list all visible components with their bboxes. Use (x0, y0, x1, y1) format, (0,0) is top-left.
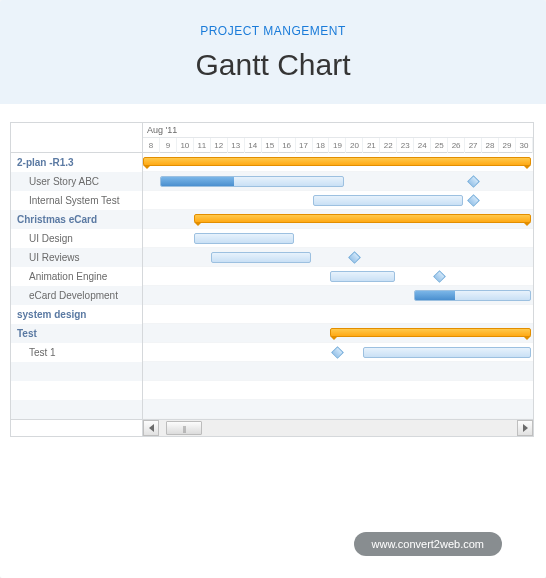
task-bar[interactable] (211, 252, 311, 263)
gantt-row (143, 248, 533, 267)
day-tick: 10 (177, 138, 194, 153)
day-scale: 8910111213141516171819202122232425262728… (143, 138, 533, 153)
chevron-right-icon (523, 424, 528, 432)
scroll-thumb[interactable]: ||| (166, 421, 202, 435)
day-tick: 16 (279, 138, 296, 153)
group-label[interactable]: Test (11, 324, 142, 343)
gantt-body: 2-plan -R1.3, 136hChristmas eCar (143, 153, 533, 419)
gantt-chart: 2-plan -R1.3User Story ABCInternal Syste… (10, 122, 534, 437)
milestone-icon[interactable] (348, 251, 361, 264)
task-label[interactable]: UI Reviews (11, 248, 142, 267)
day-tick: 25 (431, 138, 448, 153)
day-tick: 11 (194, 138, 211, 153)
group-bar[interactable] (143, 157, 531, 166)
day-tick: 23 (397, 138, 414, 153)
empty-row (143, 400, 533, 419)
scroll-right-button[interactable] (517, 420, 533, 436)
group-label[interactable]: Christmas eCard (11, 210, 142, 229)
empty-row (11, 400, 142, 419)
task-bar[interactable] (414, 290, 531, 301)
day-tick: 22 (380, 138, 397, 153)
timeline-header: Aug '11 89101112131415161718192021222324… (143, 123, 533, 153)
gantt-row: Christmas eCar (143, 210, 533, 229)
day-tick: 28 (482, 138, 499, 153)
gantt-container: 2-plan -R1.3User Story ABCInternal Syste… (0, 104, 546, 437)
gantt-row (143, 191, 533, 210)
eyebrow: PROJECT MANGEMENT (20, 24, 526, 38)
day-tick: 14 (245, 138, 262, 153)
day-tick: 27 (465, 138, 482, 153)
task-label[interactable]: User Story ABC (11, 172, 142, 191)
gantt-row (143, 229, 533, 248)
task-label[interactable]: UI Design (11, 229, 142, 248)
page-title: Gantt Chart (20, 48, 526, 82)
task-bar[interactable] (194, 233, 294, 244)
task-label[interactable]: eCard Development (11, 286, 142, 305)
task-bar[interactable] (160, 176, 345, 187)
task-name-column: 2-plan -R1.3User Story ABCInternal Syste… (11, 123, 143, 419)
milestone-icon[interactable] (331, 346, 344, 359)
day-tick: 21 (363, 138, 380, 153)
group-label[interactable]: system design (11, 305, 142, 324)
task-label[interactable]: Animation Engine (11, 267, 142, 286)
empty-row (143, 362, 533, 381)
day-tick: 9 (160, 138, 177, 153)
source-url-badge: www.convert2web.com (354, 532, 503, 556)
gantt-row (143, 172, 533, 191)
empty-row (11, 362, 142, 381)
empty-row (11, 381, 142, 400)
day-tick: 17 (296, 138, 313, 153)
task-label[interactable]: Internal System Test (11, 191, 142, 210)
day-tick: 8 (143, 138, 160, 153)
task-label[interactable]: Test 1 (11, 343, 142, 362)
gantt-row (143, 267, 533, 286)
gantt-row (143, 343, 533, 362)
day-tick: 15 (262, 138, 279, 153)
gantt-row: 2-plan -R1.3, 136h (143, 153, 533, 172)
day-tick: 30 (516, 138, 533, 153)
scroll-track[interactable]: ||| (159, 420, 517, 436)
progress-fill (161, 177, 234, 186)
group-label[interactable]: 2-plan -R1.3 (11, 153, 142, 172)
day-tick: 26 (448, 138, 465, 153)
day-tick: 12 (211, 138, 228, 153)
timeline-column: Aug '11 89101112131415161718192021222324… (143, 123, 533, 419)
gantt-row (143, 305, 533, 324)
card-header: PROJECT MANGEMENT Gantt Chart (0, 0, 546, 104)
month-label: Aug '11 (143, 123, 533, 138)
gantt-row (143, 324, 533, 343)
footer: www.convert2web.com (354, 534, 503, 552)
task-bar[interactable] (330, 271, 396, 282)
group-bar[interactable] (330, 328, 531, 337)
milestone-icon[interactable] (467, 194, 480, 207)
day-tick: 29 (499, 138, 516, 153)
progress-fill (415, 291, 455, 300)
task-bar[interactable] (363, 347, 531, 358)
day-tick: 20 (346, 138, 363, 153)
gantt-row (143, 286, 533, 305)
horizontal-scrollbar[interactable]: ||| (11, 419, 533, 436)
task-bar[interactable] (313, 195, 464, 206)
day-tick: 24 (414, 138, 431, 153)
day-tick: 13 (228, 138, 245, 153)
group-bar[interactable] (194, 214, 531, 223)
day-tick: 19 (329, 138, 346, 153)
day-tick: 18 (313, 138, 330, 153)
milestone-icon[interactable] (433, 270, 446, 283)
scroll-left-button[interactable] (143, 420, 159, 436)
empty-row (143, 381, 533, 400)
milestone-icon[interactable] (467, 175, 480, 188)
chevron-left-icon (149, 424, 154, 432)
